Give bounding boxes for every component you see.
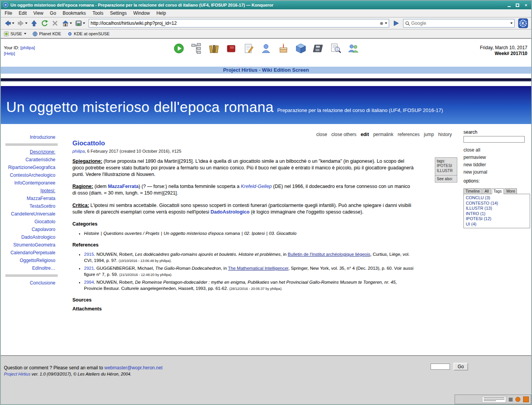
tag-illustr[interactable]: ILLUSTR (437, 168, 455, 173)
nav-descrizione[interactable]: Descrizione: (1, 148, 61, 156)
menu-view[interactable]: View (33, 10, 43, 16)
category-link[interactable]: Histoire (84, 231, 99, 236)
krefeld-gellep-link[interactable]: Krefeld-Gellep (241, 184, 272, 189)
close-command[interactable]: close (316, 132, 327, 137)
edit-command[interactable]: edit (361, 132, 369, 137)
nav-dado-astrologico[interactable]: DadoAstrologico (1, 233, 61, 241)
red-book-icon[interactable] (225, 42, 237, 55)
nav-caratteristiche[interactable]: Caratteristiche (1, 156, 61, 164)
nav-giocattolo[interactable]: Giocattolo (1, 218, 61, 226)
nav-info-contemporanee[interactable]: InfoContemporanee (1, 179, 61, 187)
category-link[interactable]: 03. Giocattolo (269, 231, 297, 236)
kde-logo-icon[interactable]: K (517, 18, 529, 28)
footer-go-button[interactable]: Go (453, 363, 468, 371)
nav-testa-scettro[interactable]: TestaScettro (1, 202, 61, 210)
footer-input[interactable] (431, 364, 450, 370)
menu-window[interactable]: Window (133, 10, 150, 16)
forward-button[interactable] (16, 18, 28, 28)
user-icon[interactable] (260, 42, 272, 55)
author-link[interactable]: philipa (72, 149, 85, 153)
new-journal-link[interactable]: new journal (463, 169, 530, 176)
menu-settings[interactable]: Settings (110, 10, 127, 16)
nav-contesto-archeologico[interactable]: ContestoArcheologico (1, 171, 61, 179)
maximize-button[interactable] (514, 2, 521, 8)
user-id-link[interactable]: [philipa] (20, 45, 35, 50)
dadoastrologico-link[interactable]: DadoAstrologico (211, 209, 250, 215)
home-button[interactable] (61, 18, 73, 28)
nav-ipotesi[interactable]: Ipotesi: (1, 187, 61, 195)
birthday-cake-icon[interactable] (277, 42, 290, 55)
tag-ipotesi[interactable]: IPOTESI (12) (464, 216, 530, 222)
webmaster-email-link[interactable]: webmaster@wopr.heron.net (104, 365, 162, 371)
nav-oggetto-religioso[interactable]: OggettoReligioso (1, 257, 61, 264)
save-dropdown-caret[interactable] (83, 22, 85, 24)
users-icon[interactable] (347, 42, 359, 55)
sidebar-search-input[interactable] (463, 136, 525, 143)
menu-go[interactable]: Go (50, 10, 56, 16)
orange-square-icon[interactable] (523, 396, 529, 402)
library-books-icon[interactable] (208, 42, 220, 55)
nav-mazza-ferrata[interactable]: MazzaFerrata (1, 195, 61, 202)
bookmark-kde-opensuse[interactable]: KDE at openSUSE (67, 31, 110, 36)
tab-more[interactable]: More (505, 188, 517, 194)
reference-number-link[interactable]: 2921 (84, 266, 94, 271)
web-search-input[interactable] (411, 21, 509, 26)
menu-edit[interactable]: Edit (19, 10, 27, 16)
help-link[interactable]: [Help] (4, 51, 15, 56)
tag-conclu[interactable]: CONCLU (3) (464, 195, 530, 201)
search-document-icon[interactable] (329, 42, 342, 55)
tab-tags[interactable]: Tags (492, 188, 504, 194)
menu-bookmarks[interactable]: Bookmarks (63, 10, 86, 16)
menu-help[interactable]: Help (156, 10, 166, 16)
bookmark-suse[interactable]: SUSE (4, 31, 26, 36)
back-dropdown-caret[interactable] (12, 22, 14, 24)
journal-link[interactable]: The Mathematical Intelligencer (228, 266, 288, 271)
forward-dropdown-caret[interactable] (25, 22, 27, 24)
close-button[interactable]: × (523, 2, 529, 8)
project-hirtius-link[interactable]: Project Hirtius (4, 372, 30, 376)
up-button[interactable] (29, 18, 39, 28)
category-link[interactable]: 02. Ipotesi (244, 231, 265, 236)
reload-button[interactable] (40, 18, 49, 28)
mazzaferrata-link[interactable]: MazzaFerrata (108, 184, 139, 189)
category-link[interactable]: Un oggetto misterioso d'epoca romana (163, 231, 240, 236)
tag-contesto[interactable]: CONTESTO (14) (464, 201, 530, 206)
edit-note-icon[interactable] (242, 42, 255, 55)
play-icon[interactable] (173, 42, 185, 55)
close-all-link[interactable]: close all (463, 146, 530, 154)
url-dropdown-caret[interactable] (385, 22, 387, 24)
permalink-command[interactable]: permalink (373, 132, 393, 137)
nav-capolavoro[interactable]: Capolavoro (1, 226, 61, 233)
nav-conclusione[interactable]: Conclusione (1, 279, 61, 287)
stop-button[interactable] (50, 18, 60, 28)
permaview-link[interactable]: permaview (463, 154, 530, 161)
journal-link[interactable]: Bulletin de l'Institut archéologique lié… (288, 252, 370, 257)
home-dropdown-caret[interactable] (70, 22, 72, 24)
go-button[interactable] (392, 18, 400, 28)
clear-url-icon[interactable]: ⊗ (379, 21, 384, 26)
reference-number-link[interactable]: 2994 (84, 280, 94, 284)
reference-number-link[interactable]: 2915 (84, 252, 94, 257)
nav-candeliere-universale[interactable]: CandeliereUniversale (1, 210, 61, 218)
orange-dot-icon[interactable] (515, 397, 520, 402)
tray-icon[interactable] (509, 398, 513, 402)
category-link[interactable]: Questions ouvertes / Projets (103, 231, 159, 236)
menu-tools[interactable]: Tools (93, 10, 103, 16)
package-icon[interactable] (295, 42, 307, 55)
references-command[interactable]: references (398, 132, 420, 137)
back-button[interactable] (3, 18, 15, 28)
minimize-button[interactable] (506, 2, 512, 8)
tab-timeline[interactable]: Timeline (463, 188, 482, 194)
nav-calendario-perpetuale[interactable]: CalendarioPerpetuale (1, 249, 61, 257)
jump-command[interactable]: jump (424, 132, 434, 137)
tag-intro[interactable]: INTRO (1) (464, 211, 530, 217)
new-tiddler-link[interactable]: new tiddler (463, 161, 530, 169)
menu-file[interactable]: File (5, 10, 12, 16)
tag-ipotesi[interactable]: IPOTESI (437, 163, 455, 168)
tag-illustr[interactable]: ILLUSTR (13) (464, 206, 530, 211)
search-engine-caret[interactable] (510, 22, 513, 24)
nav-introduzione[interactable]: Introduzione (1, 133, 61, 141)
save-download-button[interactable] (74, 18, 86, 28)
nav-strumento-geometra[interactable]: StrumentoGeometra (1, 241, 61, 249)
tag-ui[interactable]: UI (4) (464, 222, 530, 227)
